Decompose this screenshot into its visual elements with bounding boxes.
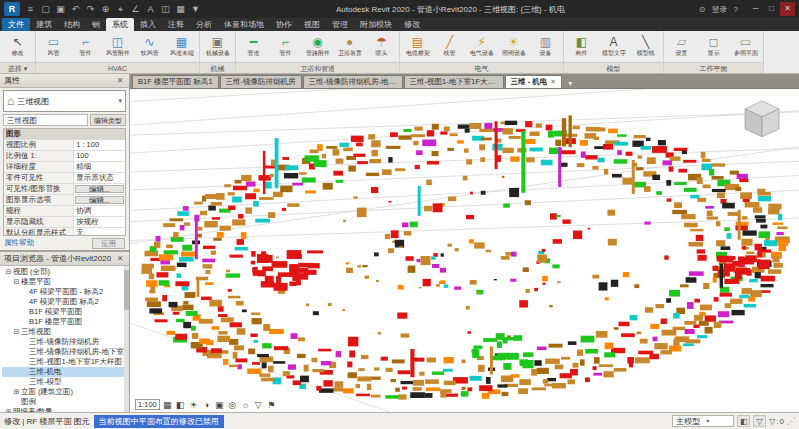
- scale-button[interactable]: 1:100: [135, 399, 160, 410]
- ribbon-panel-label-5[interactable]: 模型: [564, 62, 663, 73]
- browser-item-7[interactable]: 三维-镜像防排烟机房: [2, 337, 129, 347]
- ribbon-tool-3-2[interactable]: ◉管路附件: [302, 35, 333, 58]
- ribbon-tool-1-2[interactable]: ◫风管附件: [102, 35, 133, 58]
- revit-logo-icon[interactable]: R: [4, 2, 20, 16]
- browser-scrollbar[interactable]: [124, 266, 129, 412]
- browser-item-9[interactable]: 三维-视图1-地下室1F大样图: [2, 357, 129, 367]
- ribbon-tool-1-4[interactable]: ▦风道末端: [166, 35, 197, 58]
- edit-type-button[interactable]: 编辑类型: [90, 114, 126, 126]
- ribbon-tab-7[interactable]: 分析: [190, 18, 218, 31]
- view-control-icon-6[interactable]: ☼: [240, 400, 251, 410]
- ribbon-tab-10[interactable]: 视图: [298, 18, 326, 31]
- close-button[interactable]: ✕: [780, 2, 795, 16]
- ribbon-tool-3-4[interactable]: ☂喷头: [366, 35, 397, 58]
- ribbon-tab-9[interactable]: 协作: [270, 18, 298, 31]
- browser-item-11[interactable]: 三维-模型: [2, 377, 129, 387]
- properties-help-link[interactable]: 属性帮助: [4, 238, 92, 248]
- ribbon-tool-3-0[interactable]: ━管道: [238, 35, 269, 58]
- view-control-icon-5[interactable]: ◎: [227, 400, 238, 410]
- browser-item-6[interactable]: ⊟三维视图: [2, 327, 129, 337]
- view-control-icon-3[interactable]: ◑: [201, 400, 212, 410]
- property-row-8[interactable]: 显示隐藏线按规程: [4, 217, 125, 228]
- property-row-6[interactable]: 图形显示选项编辑...: [4, 195, 125, 206]
- ribbon-tab-6[interactable]: 注释: [162, 18, 190, 31]
- browser-item-3[interactable]: 4F 模梁平面图 标高2: [2, 297, 129, 307]
- view-control-icon-0[interactable]: ▦: [162, 400, 173, 410]
- browser-header[interactable]: 项目浏览器 - 管道小Revit2020 ✕: [0, 252, 129, 266]
- ribbon-tab-11[interactable]: 管理: [326, 18, 354, 31]
- property-value-9[interactable]: 无: [74, 228, 125, 236]
- view-control-icon-1[interactable]: ◧: [175, 400, 186, 410]
- ribbon-panel-label-2[interactable]: 机械: [200, 62, 235, 73]
- property-value-6[interactable]: 编辑...: [75, 196, 124, 204]
- tree-expand-icon-1[interactable]: ⊟: [12, 278, 21, 286]
- minimize-button[interactable]: ─: [748, 2, 763, 16]
- ribbon-tool-1-0[interactable]: ▭风管: [38, 35, 69, 58]
- search-icon[interactable]: ⊙: [699, 5, 706, 14]
- ribbon-tool-5-1[interactable]: A模型文字: [598, 35, 629, 58]
- qat-button-6[interactable]: ⌖: [114, 4, 127, 15]
- ribbon-panel-label-3[interactable]: 卫浴和管道: [236, 62, 399, 73]
- type-selector-dropdown-icon[interactable]: ▾: [118, 97, 122, 105]
- ribbon-panel-label-1[interactable]: HVAC: [36, 62, 199, 73]
- property-value-1[interactable]: 1 : 100: [74, 140, 125, 150]
- property-row-4[interactable]: 零件可见性显示原状态: [4, 173, 125, 184]
- qat-button-10[interactable]: ▦: [174, 4, 187, 15]
- view-tab-close-icon-4[interactable]: ✕: [550, 78, 556, 86]
- ribbon-tool-4-0[interactable]: ▤电缆桥架: [402, 35, 433, 58]
- ribbon-tool-4-4[interactable]: ▥设备: [530, 35, 561, 58]
- ribbon-tool-1-1[interactable]: ⌐管件: [70, 35, 101, 58]
- tree-expand-icon-0[interactable]: ⊟: [4, 268, 13, 276]
- property-row-5[interactable]: 可见性/图形替换编辑...: [4, 184, 125, 195]
- property-value-8[interactable]: 按规程: [74, 217, 125, 227]
- selection-filter[interactable]: ▽ : 0: [769, 417, 784, 426]
- maximize-button[interactable]: □: [764, 2, 779, 16]
- view-control-icon-2[interactable]: ☀: [188, 400, 199, 410]
- type-selector[interactable]: ⌂ 三维视图 ▾: [3, 90, 126, 112]
- property-section-0[interactable]: 图形: [4, 129, 125, 140]
- ribbon-panel-label-6[interactable]: 工作平面: [664, 62, 763, 73]
- ribbon-tool-1-3[interactable]: ∿软风管: [134, 35, 165, 58]
- qat-button-2[interactable]: ▣: [54, 4, 67, 15]
- view-control-icon-7[interactable]: ▽: [253, 400, 264, 410]
- exclude-options-icon[interactable]: ▽: [753, 415, 766, 427]
- property-value-3[interactable]: 精细: [74, 162, 125, 172]
- ribbon-tool-4-2[interactable]: ⚡电气设备: [466, 35, 497, 58]
- ribbon-tool-5-2[interactable]: ╲模型线: [630, 35, 661, 58]
- editable-only-icon[interactable]: ◧: [737, 415, 750, 427]
- model-canvas[interactable]: [130, 89, 799, 412]
- ribbon-tab-1[interactable]: 建筑: [30, 18, 58, 31]
- qat-button-0[interactable]: ≡: [24, 4, 37, 15]
- property-value-2[interactable]: 100: [74, 151, 125, 161]
- qat-button-5[interactable]: ⊕: [99, 4, 112, 15]
- browser-item-12[interactable]: ⊞立面 (建筑立面): [2, 387, 129, 397]
- browser-item-5[interactable]: B1F 楼层平面图: [2, 317, 129, 327]
- ribbon-tool-3-1[interactable]: ⌐管件: [270, 35, 301, 58]
- property-row-2[interactable]: 比例值 1:100: [4, 151, 125, 162]
- browser-item-8[interactable]: 三维-镜像防排烟机房-地下室防火分区: [2, 347, 129, 357]
- view-tab-1[interactable]: 三维-镜像防排烟机房: [220, 75, 302, 88]
- browser-close-icon[interactable]: ✕: [115, 254, 125, 263]
- qat-button-3[interactable]: ↶: [69, 4, 82, 15]
- qat-button-8[interactable]: A: [144, 4, 157, 15]
- browser-item-0[interactable]: ⊟视图 (全部): [2, 267, 129, 277]
- browser-item-2[interactable]: 4F 模梁平面图 - 标高2: [2, 287, 129, 297]
- property-value-7[interactable]: 协调: [74, 206, 125, 216]
- ribbon-tool-4-1[interactable]: ╱线管: [434, 35, 465, 58]
- ribbon-tab-3[interactable]: 钢: [86, 18, 106, 31]
- view-tab-3[interactable]: 三维-视图1-地下室1F大样图: [404, 75, 504, 88]
- ribbon-tool-0-0[interactable]: ↖修改: [2, 35, 33, 58]
- qat-button-1[interactable]: ▢: [39, 4, 52, 15]
- instance-filter[interactable]: 三维视图: [3, 114, 88, 126]
- ribbon-tool-6-2[interactable]: ▭参照平面: [730, 35, 761, 58]
- view-tab-2[interactable]: 三维-镜像防排烟机房-地下室防火分区: [303, 75, 403, 88]
- ribbon-tab-8[interactable]: 体量和场地: [218, 18, 270, 31]
- drawing-canvas[interactable]: 1:100 ▦◧☀◑▣◎☼▽⚑: [130, 88, 799, 412]
- ribbon-panel-label-0[interactable]: 选择 ▾: [0, 62, 35, 73]
- qat-button-11[interactable]: ▼: [189, 4, 202, 15]
- ribbon-tool-6-1[interactable]: ◻显示: [698, 35, 729, 58]
- qat-button-7[interactable]: ∠: [129, 4, 142, 15]
- property-row-7[interactable]: 规程协调: [4, 206, 125, 217]
- property-row-1[interactable]: 视图比例1 : 100: [4, 140, 125, 151]
- view-control-icon-8[interactable]: ⚑: [266, 400, 277, 410]
